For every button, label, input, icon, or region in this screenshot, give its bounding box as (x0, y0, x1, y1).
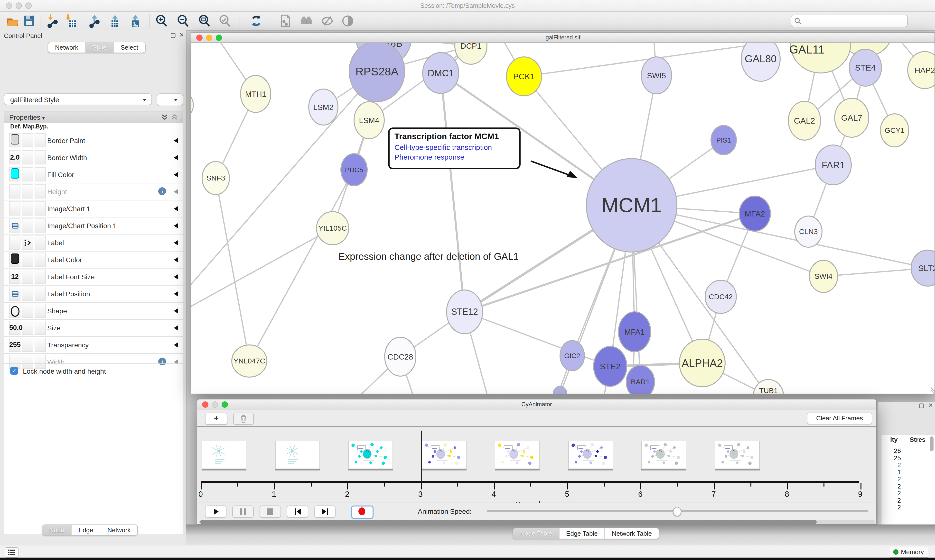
table-cell-stress[interactable]: 2 (881, 482, 901, 489)
animation-speed-slider[interactable] (487, 510, 868, 512)
network-edge[interactable] (191, 228, 333, 313)
export-network-icon[interactable] (88, 14, 101, 28)
property-row-transparency[interactable]: 255Transparency (5, 336, 183, 353)
zoom-out-icon[interactable] (176, 14, 190, 28)
property-cell[interactable] (22, 286, 33, 301)
minimize-window-button[interactable] (212, 402, 218, 408)
frame-thumbnail-4[interactable] (495, 441, 540, 469)
delete-frame-button[interactable] (233, 412, 254, 425)
document-network-icon[interactable] (279, 14, 292, 28)
style-options-button[interactable] (157, 94, 183, 106)
network-node-bottom1[interactable] (553, 386, 567, 394)
table-cell-stress[interactable]: 2 (881, 475, 901, 482)
property-cell[interactable] (22, 185, 33, 198)
zoom-window-button[interactable] (216, 35, 222, 41)
property-row-label[interactable]: Label (5, 234, 183, 251)
property-cell[interactable] (35, 321, 46, 335)
property-cell[interactable] (9, 202, 20, 215)
table-cell-stress[interactable]: 2 (881, 461, 901, 468)
property-cell[interactable] (22, 150, 33, 165)
collapse-arrow-icon[interactable] (174, 291, 178, 296)
frame-thumbnail-6[interactable] (641, 441, 686, 469)
property-cell[interactable] (9, 185, 20, 198)
float-panel-icon[interactable]: ▢ (919, 402, 924, 409)
zoom-selected-icon[interactable] (218, 14, 232, 28)
property-cell[interactable] (35, 168, 46, 182)
property-cell[interactable] (22, 202, 33, 215)
expand-all-icon[interactable] (161, 114, 168, 121)
color-swatch[interactable] (11, 254, 19, 264)
property-cell[interactable] (35, 150, 46, 165)
property-row-label-font-size[interactable]: 12Label Font Size (5, 268, 183, 285)
tab-network-table[interactable]: Network Table (605, 528, 659, 538)
property-cell[interactable] (35, 202, 46, 215)
import-network-icon[interactable] (46, 14, 59, 28)
zoom-window-button[interactable] (25, 2, 32, 9)
search-binoculars-icon[interactable] (299, 14, 313, 28)
network-titlebar[interactable]: galFiltered.sif (191, 32, 935, 43)
mcm1-annotation[interactable]: Transcription factor MCM1 Cell-type-spec… (388, 128, 521, 169)
save-session-icon[interactable] (22, 14, 36, 28)
default-value[interactable]: 255 (9, 337, 20, 353)
property-row-border-width[interactable]: 2.0Border Width (5, 149, 183, 166)
property-row-height[interactable]: Heighti (5, 183, 183, 200)
minimize-window-button[interactable] (15, 2, 22, 9)
style-tab-edge[interactable]: Edge (72, 525, 100, 535)
refresh-layout-icon[interactable] (249, 14, 263, 28)
property-cell[interactable] (35, 185, 46, 198)
color-swatch[interactable] (11, 168, 19, 178)
close-panel-icon[interactable]: ✕ (928, 402, 933, 409)
column-header-stress[interactable]: Stres (910, 434, 926, 445)
collapse-arrow-icon[interactable] (174, 172, 178, 177)
search-input[interactable] (791, 15, 908, 27)
property-row-image-chart-1[interactable]: Image/Chart 1 (5, 200, 183, 217)
add-frame-button[interactable]: + (205, 412, 227, 425)
zoom-in-icon[interactable] (155, 14, 168, 28)
frame-thumbnail-1[interactable] (275, 441, 320, 469)
timeline[interactable]: 0123456789Seconds (197, 427, 876, 503)
network-node-edgel[interactable] (191, 92, 193, 118)
tab-select[interactable]: Select (114, 42, 145, 52)
table-cell-stress[interactable]: 26 (881, 447, 901, 454)
minimize-window-button[interactable] (206, 35, 212, 41)
export-image-icon[interactable] (128, 14, 142, 28)
property-row-fill-color[interactable]: Fill Color (5, 166, 183, 183)
collapse-arrow-icon[interactable] (174, 223, 178, 228)
property-cell[interactable] (35, 133, 46, 148)
property-cell[interactable] (22, 168, 33, 182)
table-cell-stress[interactable]: 2 (881, 489, 901, 497)
zoom-window-button[interactable] (222, 402, 228, 408)
close-panel-icon[interactable]: ✕ (179, 32, 184, 38)
property-cell[interactable] (22, 218, 33, 232)
default-value[interactable]: 2.0 (9, 149, 20, 165)
network-edge[interactable] (441, 73, 464, 312)
clear-all-frames-button[interactable]: Clear All Frames (807, 412, 872, 424)
default-value[interactable]: 50.0 (9, 320, 20, 336)
property-cell[interactable] (35, 338, 46, 352)
timeline-scrollbar[interactable] (199, 520, 875, 524)
column-header-centrality[interactable]: ity (890, 434, 898, 445)
collapse-arrow-icon[interactable] (174, 206, 178, 211)
tab-network[interactable]: Network (48, 42, 85, 52)
cyanimator-titlebar[interactable]: CyAnimator (197, 400, 876, 410)
open-session-icon[interactable] (6, 14, 20, 28)
properties-header[interactable]: Properties ▾ (5, 111, 183, 123)
collapse-arrow-icon[interactable] (174, 257, 178, 262)
frame-thumbnail-0[interactable] (202, 441, 247, 469)
tab-edge-table[interactable]: Edge Table (559, 528, 605, 538)
collapse-arrow-icon[interactable] (174, 240, 178, 245)
color-swatch[interactable] (11, 134, 19, 145)
property-row-image-chart-position-1[interactable]: Image/Chart Position 1 (5, 217, 183, 234)
annotation-link-1[interactable]: Cell-type-specific transcription (395, 143, 514, 151)
collapse-arrow-icon[interactable] (174, 343, 178, 348)
lock-size-checkbox[interactable]: ✓ (10, 367, 18, 375)
frame-thumbnail-7[interactable] (714, 441, 759, 469)
property-cell[interactable] (35, 304, 46, 318)
property-cell[interactable] (22, 133, 33, 148)
collapse-arrow-icon[interactable] (174, 274, 178, 279)
table-scrollbar[interactable] (930, 437, 933, 451)
slider-thumb[interactable] (673, 507, 681, 516)
export-table-icon[interactable] (108, 14, 122, 28)
property-cell[interactable] (22, 321, 33, 335)
property-row-border-paint[interactable]: Border Paint (5, 132, 183, 149)
